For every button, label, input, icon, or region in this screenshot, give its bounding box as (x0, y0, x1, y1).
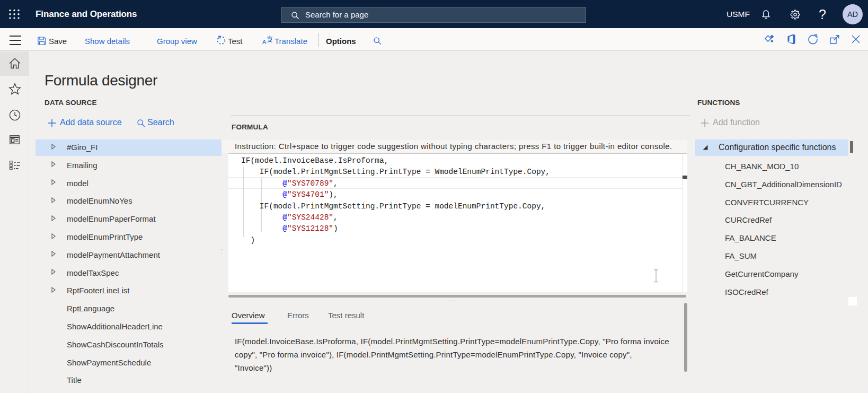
svg-text:A: A (262, 39, 267, 45)
